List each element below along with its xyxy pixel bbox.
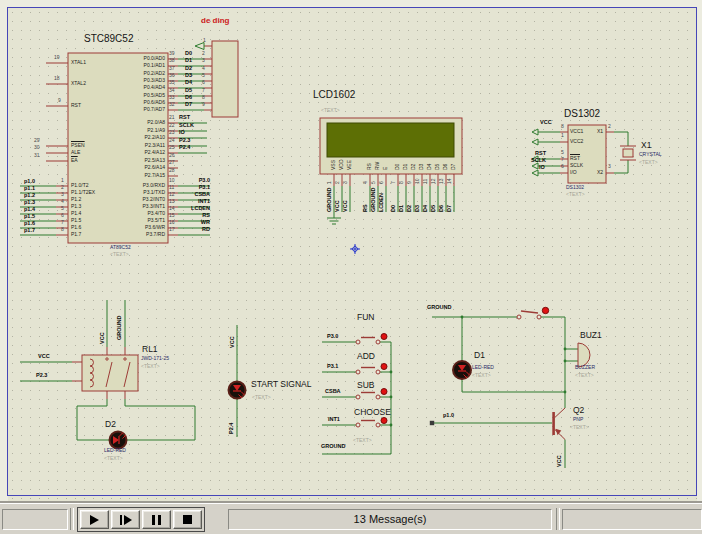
play-button[interactable] <box>80 510 109 529</box>
schematic-editor[interactable]: STC89C52XTAL1XTAL2RSTPSENALEEAP1.0/T2P1.… <box>0 0 702 503</box>
pin-name: E <box>383 167 388 170</box>
component-label: SUB <box>357 381 374 390</box>
pin-name: P3.2/INT0 <box>113 197 165 202</box>
stop-icon <box>183 515 192 524</box>
pin-name: ALE <box>71 150 80 155</box>
pin-name: P0.1/AD1 <box>113 63 165 68</box>
pin-name: P0.5/AD5 <box>113 93 165 98</box>
net-label: GROUND <box>427 305 451 311</box>
pin-number: 19 <box>54 55 60 60</box>
pin-name: P2.5/A13 <box>113 158 165 163</box>
component-value: CRYSTAL <box>639 152 662 157</box>
component-label: Q2 <box>573 406 584 415</box>
pin-number: 28 <box>169 168 175 173</box>
schematic-annotations: STC89C52XTAL1XTAL2RSTPSENALEEAP1.0/T2P1.… <box>0 0 702 503</box>
net-label: P2.3 <box>179 138 190 144</box>
pin-name: D7 <box>451 164 456 170</box>
pin-number: 1 <box>203 38 206 43</box>
play-icon <box>90 515 99 525</box>
pin-number: 15 <box>169 213 175 218</box>
net-label: INT1 <box>328 417 340 423</box>
net-label: P2.4 <box>179 145 190 151</box>
net-label: RS <box>180 213 210 219</box>
pin-number: 16 <box>169 220 175 225</box>
pin-number: 23 <box>169 130 175 135</box>
pin-number: 31 <box>34 153 40 158</box>
net-label: D4 <box>185 80 192 86</box>
pin-number: 3 <box>61 192 64 197</box>
component-label: CHOOSE <box>354 408 391 417</box>
pin-number: 30 <box>34 145 40 150</box>
net-label: D5 <box>431 205 437 212</box>
pin-name: P2.1/A9 <box>113 128 165 133</box>
pin-name: D4 <box>427 164 432 170</box>
text-placeholder: <TEXT> <box>252 395 271 400</box>
pause-icon <box>152 515 161 525</box>
net-label: D0 <box>185 51 192 57</box>
pin-number: 17 <box>169 227 175 232</box>
net-label: D6 <box>439 205 445 212</box>
message-panel[interactable]: 13 Message(s) <box>228 509 552 530</box>
net-label: RST <box>179 115 190 121</box>
pin-number: 8 <box>561 124 564 129</box>
pin-name: P3.1/TXD <box>113 190 165 195</box>
net-label: CSBA <box>180 192 210 198</box>
pin-number: 14 <box>447 178 452 184</box>
pin-number: 12 <box>431 178 436 184</box>
pin-number: 4 <box>363 181 368 184</box>
component-value: PNP <box>573 417 583 422</box>
net-label: RS <box>363 204 369 212</box>
net-label: p1.1 <box>24 186 35 192</box>
net-label: GROUND <box>117 316 123 340</box>
net-label: LCDEN <box>180 206 210 212</box>
text-placeholder: <TEXT> <box>104 456 123 461</box>
pin-number: 26 <box>169 153 175 158</box>
pin-number: 7 <box>561 157 564 162</box>
component-label: D2 <box>105 420 116 429</box>
pin-name: D2 <box>411 164 416 170</box>
component-value: AT89C52 <box>110 245 131 250</box>
status-right-panel <box>562 509 702 530</box>
net-label: P3.1 <box>180 185 210 191</box>
pin-number: 3 <box>202 58 205 63</box>
pin-number: 14 <box>169 206 175 211</box>
pin-number: 34 <box>169 88 175 93</box>
pin-name: SCLK <box>570 163 583 168</box>
pin-name: D5 <box>435 164 440 170</box>
pin-name: RST <box>71 103 81 108</box>
component-label: ADD <box>357 352 375 361</box>
status-left-panel <box>2 509 68 530</box>
net-label: P2.3 <box>36 373 47 379</box>
component-label: DS1302 <box>564 109 600 119</box>
pin-number: 38 <box>169 58 175 63</box>
pin-name: P3.0/RXD <box>113 183 165 188</box>
stop-button[interactable] <box>173 510 202 529</box>
pin-name: XTAL2 <box>71 81 86 86</box>
net-label: P3.0 <box>327 334 338 340</box>
component-label: X1 <box>641 141 651 150</box>
net-label: SCLK <box>179 123 194 129</box>
pin-number: 4 <box>202 66 205 71</box>
pin-number: 13 <box>169 199 175 204</box>
pin-number: 2 <box>608 124 611 129</box>
text-placeholder: <TEXT> <box>110 252 129 257</box>
pin-name: VSS <box>331 160 336 170</box>
pin-number: 2 <box>202 51 205 56</box>
pin-number: 1 <box>61 178 64 183</box>
pin-number: 8 <box>399 181 404 184</box>
pause-button[interactable] <box>142 510 171 529</box>
pin-name: RST <box>570 156 580 161</box>
annotation: de ding <box>201 17 229 25</box>
pin-name: VDD <box>339 159 344 170</box>
net-label: RD <box>180 227 210 233</box>
step-button[interactable] <box>111 510 140 529</box>
net-label: SCLK <box>531 158 546 164</box>
net-label: p1.0 <box>24 179 35 185</box>
pin-name: P1.1/T2EX <box>71 190 95 195</box>
net-label: D7 <box>447 205 453 212</box>
pin-number: 7 <box>202 88 205 93</box>
pin-name: P0.6/AD6 <box>113 100 165 105</box>
pin-number: 8 <box>61 227 64 232</box>
net-label: D2 <box>185 66 192 72</box>
status-bar: i 13 Message(s) <box>0 503 702 534</box>
